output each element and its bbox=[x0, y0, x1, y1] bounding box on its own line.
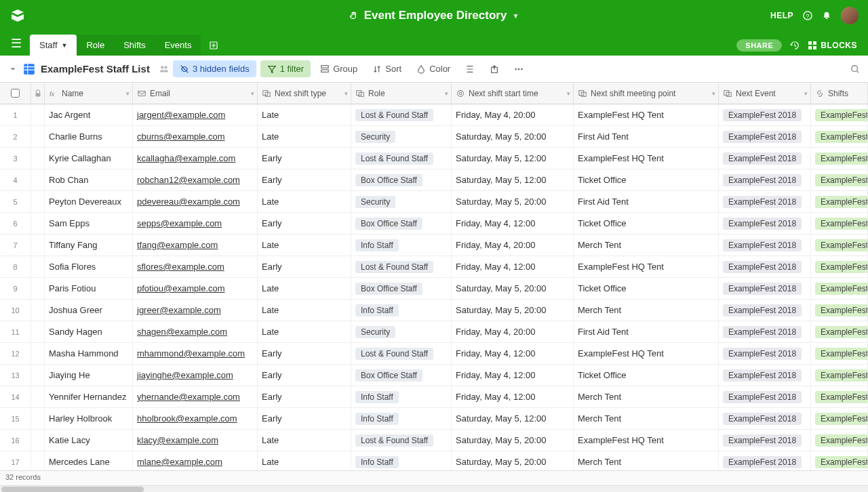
cell-event[interactable]: ExampleFest 2018 bbox=[719, 386, 811, 407]
horizontal-scrollbar[interactable] bbox=[0, 485, 868, 492]
cell-email[interactable]: klacy@example.com bbox=[133, 430, 258, 451]
column-header-role[interactable]: Role▾ bbox=[351, 83, 452, 104]
bell-icon[interactable] bbox=[822, 11, 831, 20]
cell-shifts[interactable]: ExampleFest bbox=[811, 365, 868, 386]
cell-meeting[interactable]: Ticket Office bbox=[574, 169, 719, 190]
cell-event[interactable]: ExampleFest 2018 bbox=[719, 343, 811, 364]
cell-name[interactable]: Yennifer Hernandez bbox=[45, 386, 133, 407]
cell-email[interactable]: jiayinghe@example.com bbox=[133, 365, 258, 386]
cell-name[interactable]: Paris Fotiou bbox=[45, 278, 133, 299]
cell-shifts[interactable]: ExampleFest bbox=[811, 300, 868, 321]
cell-role[interactable]: Box Office Staff bbox=[351, 278, 452, 299]
cell-email[interactable]: sflores@example.com bbox=[133, 256, 258, 277]
cell-shifts[interactable]: ExampleFest bbox=[811, 126, 868, 147]
cell-meeting[interactable]: Merch Tent bbox=[574, 408, 719, 429]
cell-event[interactable]: ExampleFest 2018 bbox=[719, 126, 811, 147]
cell-name[interactable]: Peyton Devereaux bbox=[45, 191, 133, 212]
cell-role[interactable]: Lost & Found Staff bbox=[351, 343, 452, 364]
cell-start-time[interactable]: Saturday, May 5, 20:00 bbox=[452, 278, 574, 299]
cell-email[interactable]: mhammond@example.com bbox=[133, 343, 258, 364]
cell-role[interactable]: Info Staff bbox=[351, 300, 452, 321]
cell-start-time[interactable]: Saturday, May 5, 20:00 bbox=[452, 126, 574, 147]
cell-role[interactable]: Info Staff bbox=[351, 451, 452, 470]
cell-email[interactable]: pfotiou@example.com bbox=[133, 278, 258, 299]
tab-shifts[interactable]: Shifts bbox=[114, 35, 155, 56]
cell-shift-type[interactable]: Late bbox=[258, 300, 351, 321]
people-icon[interactable] bbox=[159, 64, 169, 74]
cell-name[interactable]: Jac Argent bbox=[45, 104, 133, 125]
view-name[interactable]: ExampleFest Staff List bbox=[41, 63, 150, 75]
base-title[interactable]: Event Employee Directory ▼ bbox=[349, 9, 519, 22]
cell-shift-type[interactable]: Late bbox=[258, 191, 351, 212]
table-row[interactable]: 7Tiffany Fangtfang@example.comLateInfo S… bbox=[0, 234, 868, 256]
avatar[interactable] bbox=[841, 7, 859, 24]
cell-email[interactable]: jgreer@example.com bbox=[133, 300, 258, 321]
cell-name[interactable]: Jiaying He bbox=[45, 365, 133, 386]
cell-shifts[interactable]: ExampleFest bbox=[811, 234, 868, 255]
cell-shift-type[interactable]: Early bbox=[258, 169, 351, 190]
cell-event[interactable]: ExampleFest 2018 bbox=[719, 148, 811, 169]
collapse-sidebar-icon[interactable] bbox=[8, 64, 18, 74]
cell-role[interactable]: Security bbox=[351, 321, 452, 342]
blocks-button[interactable]: BLOCKS bbox=[808, 41, 857, 50]
cell-role[interactable]: Info Staff bbox=[351, 234, 452, 255]
share-button[interactable]: SHARE bbox=[736, 39, 782, 52]
cell-email[interactable]: yhernande@example.com bbox=[133, 386, 258, 407]
cell-meeting[interactable]: ExampleFest HQ Tent bbox=[574, 104, 719, 125]
cell-meeting[interactable]: ExampleFest HQ Tent bbox=[574, 430, 719, 451]
cell-shift-type[interactable]: Late bbox=[258, 278, 351, 299]
cell-role[interactable]: Box Office Staff bbox=[351, 365, 452, 386]
cell-start-time[interactable]: Saturday, May 5, 12:00 bbox=[452, 408, 574, 429]
cell-shift-type[interactable]: Early bbox=[258, 365, 351, 386]
table-row[interactable]: 17Mercedes Lanemlane@example.comLateInfo… bbox=[0, 451, 868, 470]
cell-shift-type[interactable]: Late bbox=[258, 126, 351, 147]
cell-name[interactable]: Sofia Flores bbox=[45, 256, 133, 277]
table-row[interactable]: 1Jac Argentjargent@example.comLateLost &… bbox=[0, 104, 868, 126]
table-row[interactable]: 2Charlie Burnscburns@example.comLateSecu… bbox=[0, 126, 868, 148]
cell-shift-type[interactable]: Late bbox=[258, 234, 351, 255]
cell-event[interactable]: ExampleFest 2018 bbox=[719, 278, 811, 299]
cell-meeting[interactable]: Merch Tent bbox=[574, 300, 719, 321]
cell-shift-type[interactable]: Early bbox=[258, 408, 351, 429]
column-header-email[interactable]: Email▾ bbox=[133, 83, 258, 104]
cell-email[interactable]: mlane@example.com bbox=[133, 451, 258, 470]
cell-meeting[interactable]: Merch Tent bbox=[574, 451, 719, 470]
cell-shifts[interactable]: ExampleFest bbox=[811, 408, 868, 429]
column-header-shift-type[interactable]: Next shift type▾ bbox=[258, 83, 351, 104]
cell-email[interactable]: shagen@example.com bbox=[133, 321, 258, 342]
cell-meeting[interactable]: Merch Tent bbox=[574, 234, 719, 255]
table-row[interactable]: 3Kyrie Callaghankcallagha@example.comEar… bbox=[0, 148, 868, 169]
add-table-button[interactable] bbox=[202, 35, 225, 56]
cell-meeting[interactable]: ExampleFest HQ Tent bbox=[574, 256, 719, 277]
cell-shifts[interactable]: ExampleFest bbox=[811, 191, 868, 212]
cell-event[interactable]: ExampleFest 2018 bbox=[719, 213, 811, 234]
cell-meeting[interactable]: Ticket Office bbox=[574, 365, 719, 386]
sort-button[interactable]: Sort bbox=[367, 60, 407, 77]
cell-event[interactable]: ExampleFest 2018 bbox=[719, 169, 811, 190]
table-row[interactable]: 11Sandy Hagenshagen@example.comLateSecur… bbox=[0, 321, 868, 343]
cell-event[interactable]: ExampleFest 2018 bbox=[719, 191, 811, 212]
cell-email[interactable]: sepps@example.com bbox=[133, 213, 258, 234]
tab-staff[interactable]: Staff▼ bbox=[30, 35, 77, 56]
cell-shifts[interactable]: ExampleFest bbox=[811, 343, 868, 364]
cell-role[interactable]: Lost & Found Staff bbox=[351, 148, 452, 169]
cell-role[interactable]: Info Staff bbox=[351, 408, 452, 429]
cell-name[interactable]: Katie Lacy bbox=[45, 430, 133, 451]
table-row[interactable]: 10Joshua Greerjgreer@example.comLateInfo… bbox=[0, 300, 868, 321]
cell-shifts[interactable]: ExampleFest bbox=[811, 451, 868, 470]
cell-role[interactable]: Lost & Found Staff bbox=[351, 430, 452, 451]
cell-role[interactable]: Info Staff bbox=[351, 386, 452, 407]
table-row[interactable]: 14Yennifer Hernandezyhernande@example.co… bbox=[0, 386, 868, 408]
tab-events[interactable]: Events bbox=[155, 35, 201, 56]
row-height-button[interactable] bbox=[460, 61, 480, 77]
cell-name[interactable]: Sandy Hagen bbox=[45, 321, 133, 342]
help-icon[interactable]: ? bbox=[803, 11, 812, 20]
search-icon[interactable] bbox=[850, 64, 860, 74]
table-row[interactable]: 12Masha Hammondmhammond@example.comEarly… bbox=[0, 343, 868, 365]
cell-shift-type[interactable]: Late bbox=[258, 430, 351, 451]
cell-name[interactable]: Sam Epps bbox=[45, 213, 133, 234]
cell-event[interactable]: ExampleFest 2018 bbox=[719, 430, 811, 451]
table-row[interactable]: 5Peyton Devereauxpdevereau@example.comLa… bbox=[0, 191, 868, 213]
cell-name[interactable]: Harley Holbrook bbox=[45, 408, 133, 429]
column-header-start-time[interactable]: Next shift start time▾ bbox=[452, 83, 574, 104]
